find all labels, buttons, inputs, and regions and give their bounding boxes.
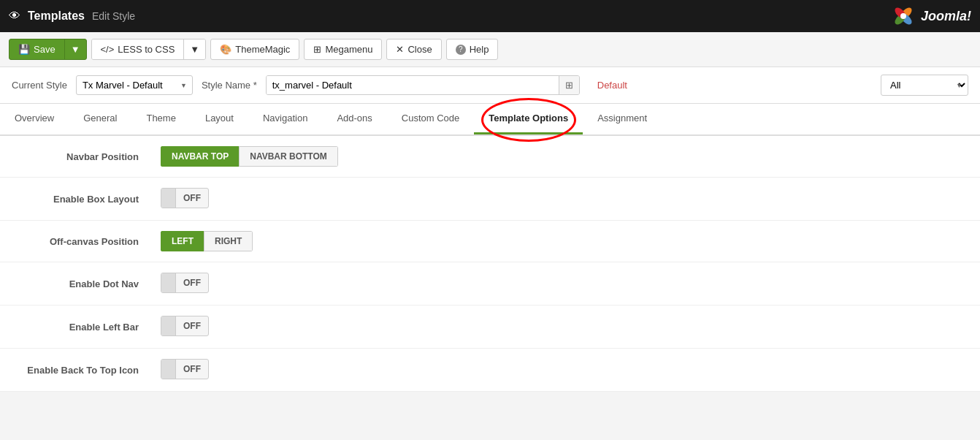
style-name-icon-button[interactable]: ⊞ — [559, 76, 579, 94]
style-name-label: Style Name * — [202, 80, 257, 91]
back-to-top-toggle[interactable]: OFF — [161, 359, 209, 379]
navbar-bottom-button[interactable]: NAVBAR BOTTOM — [239, 146, 338, 167]
theme-magic-icon: 🎨 — [220, 44, 231, 55]
save-main[interactable]: 💾 Save — [9, 39, 64, 59]
toggle-off-label: OFF — [176, 190, 208, 206]
offcanvas-left-button[interactable]: LEFT — [161, 231, 204, 251]
save-icon: 💾 — [18, 44, 30, 55]
offcanvas-position-label: Off-canvas Position — [0, 221, 161, 262]
left-bar-label: Enable Left Bar — [0, 306, 161, 349]
dot-nav-control: OFF — [161, 262, 980, 306]
left-bar-toggle[interactable]: OFF — [161, 316, 209, 336]
left-bar-control: OFF — [161, 306, 980, 349]
tab-template-options[interactable]: Template Options — [474, 104, 583, 134]
offcanvas-position-control: LEFT RIGHT — [161, 221, 980, 262]
save-button-group[interactable]: 💾 Save ▼ — [9, 39, 87, 60]
megamenu-icon: ⊞ — [313, 44, 321, 55]
table-row: Navbar Position NAVBAR TOP NAVBAR BOTTOM — [0, 136, 980, 178]
joomla-logo: Joomla! — [890, 3, 971, 29]
tab-navigation[interactable]: Navigation — [248, 104, 322, 134]
help-button[interactable]: ? Help — [446, 39, 499, 60]
all-select-wrapper[interactable]: All — [881, 75, 968, 96]
table-row: Off-canvas Position LEFT RIGHT — [0, 221, 980, 262]
toggle-handle — [161, 273, 176, 292]
settings-table: Navbar Position NAVBAR TOP NAVBAR BOTTOM… — [0, 136, 980, 392]
toolbar: 💾 Save ▼ </> LESS to CSS ▼ 🎨 ThemeMagic … — [0, 32, 980, 67]
save-label: Save — [34, 44, 55, 55]
joomla-text: Joomla! — [921, 9, 971, 24]
toggle-handle — [161, 316, 176, 335]
current-style-label: Current Style — [12, 80, 67, 91]
close-button[interactable]: ✕ Close — [386, 39, 441, 60]
less-to-css-dropdown[interactable]: ▼ — [183, 39, 205, 59]
tab-general[interactable]: General — [69, 104, 131, 134]
style-name-field-wrap: ⊞ — [266, 75, 580, 95]
style-name-input[interactable] — [267, 76, 559, 94]
style-bar: Current Style Tx Marvel - Default Style … — [0, 67, 980, 104]
table-row: Enable Back To Top Icon OFF — [0, 349, 980, 392]
table-row: Enable Dot Nav OFF — [0, 262, 980, 306]
offcanvas-position-group[interactable]: LEFT RIGHT — [161, 231, 253, 251]
tab-assignment[interactable]: Assignment — [583, 104, 662, 134]
dot-nav-toggle[interactable]: OFF — [161, 273, 209, 293]
tab-overview[interactable]: Overview — [0, 104, 69, 134]
app-subtitle: Edit Style — [92, 10, 135, 22]
close-icon: ✕ — [396, 44, 404, 55]
joomla-svg-icon — [890, 3, 916, 29]
tab-custom-code[interactable]: Custom Code — [387, 104, 474, 134]
navbar-position-control: NAVBAR TOP NAVBAR BOTTOM — [161, 136, 980, 178]
top-bar: 👁 Templates Edit Style Joomla! — [0, 0, 980, 32]
app-title: Templates — [28, 10, 85, 23]
less-icon: </> — [101, 44, 115, 55]
eye-icon: 👁 — [9, 10, 20, 23]
dot-nav-label: Enable Dot Nav — [0, 262, 161, 306]
current-style-select-wrapper[interactable]: Tx Marvel - Default — [76, 75, 193, 95]
box-layout-control: OFF — [161, 178, 980, 221]
all-select[interactable]: All — [881, 75, 968, 96]
navbar-position-label: Navbar Position — [0, 136, 161, 178]
help-icon: ? — [456, 45, 466, 55]
toggle-handle — [161, 189, 176, 208]
default-badge: Default — [597, 80, 627, 91]
back-to-top-control: OFF — [161, 349, 980, 392]
box-layout-toggle[interactable]: OFF — [161, 188, 209, 208]
toggle-off-label: OFF — [176, 361, 208, 377]
back-to-top-label: Enable Back To Top Icon — [0, 349, 161, 392]
navbar-top-button[interactable]: NAVBAR TOP — [161, 146, 239, 167]
less-to-css-button[interactable]: </> LESS to CSS — [92, 39, 184, 59]
save-dropdown-arrow[interactable]: ▼ — [64, 39, 86, 59]
current-style-select[interactable]: Tx Marvel - Default — [76, 75, 193, 95]
toggle-handle — [161, 360, 176, 379]
svg-point-5 — [900, 13, 906, 19]
megamenu-button[interactable]: ⊞ Megamenu — [304, 39, 382, 60]
toggle-off-label: OFF — [176, 318, 208, 334]
table-row: Enable Box Layout OFF — [0, 178, 980, 221]
tab-theme[interactable]: Theme — [131, 104, 190, 134]
toggle-off-label: OFF — [176, 275, 208, 291]
navbar-position-group[interactable]: NAVBAR TOP NAVBAR BOTTOM — [161, 146, 338, 167]
tab-addons[interactable]: Add-ons — [322, 104, 386, 134]
table-row: Enable Left Bar OFF — [0, 306, 980, 349]
tab-layout[interactable]: Layout — [191, 104, 248, 134]
less-to-css-group[interactable]: </> LESS to CSS ▼ — [91, 39, 207, 60]
theme-magic-button[interactable]: 🎨 ThemeMagic — [210, 39, 299, 60]
offcanvas-right-button[interactable]: RIGHT — [204, 231, 253, 251]
box-layout-label: Enable Box Layout — [0, 178, 161, 221]
content-area: Navbar Position NAVBAR TOP NAVBAR BOTTOM… — [0, 136, 980, 392]
tabs-bar: Overview General Theme Layout Navigation… — [0, 104, 980, 136]
